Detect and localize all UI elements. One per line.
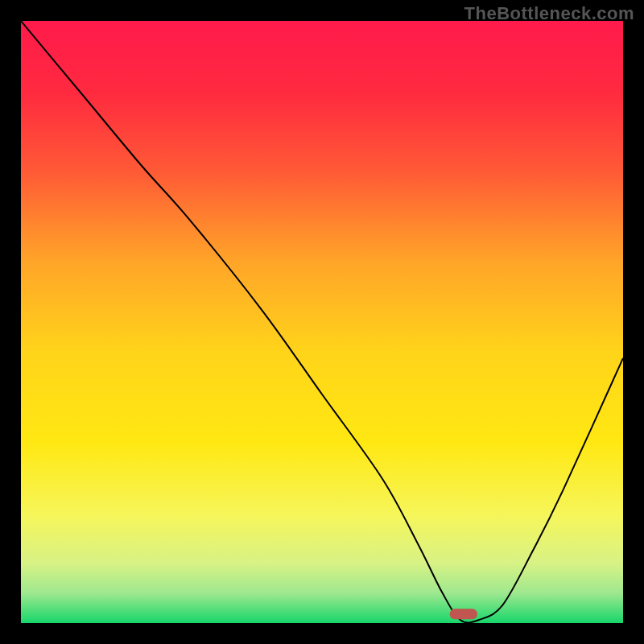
watermark-text: TheBottleneck.com [464, 3, 634, 24]
plot-svg [21, 21, 623, 623]
gradient-background [21, 21, 623, 623]
bottleneck-plot [21, 21, 623, 623]
chart-frame: TheBottleneck.com [0, 0, 644, 644]
sweet-spot-marker [450, 609, 477, 619]
